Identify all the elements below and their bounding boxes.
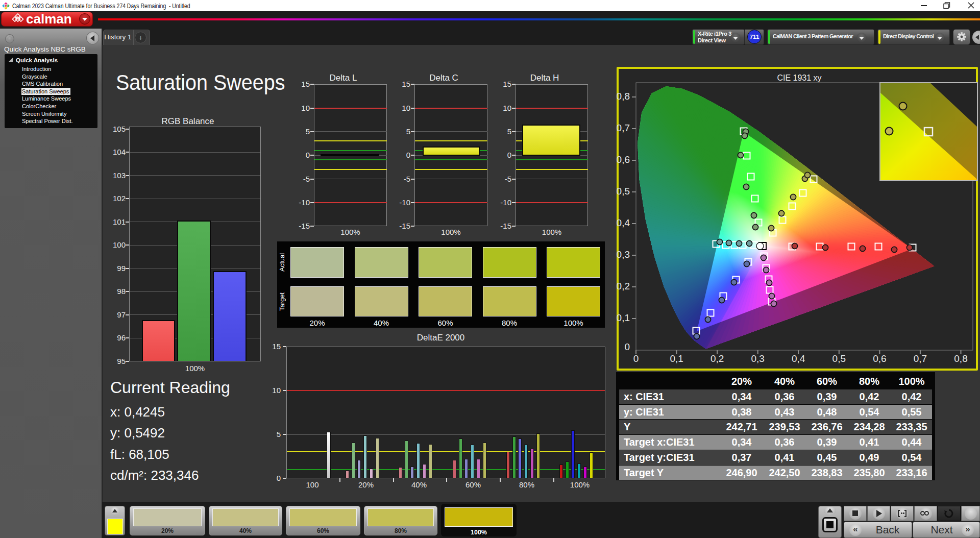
svg-text:0,7: 0,7 (914, 353, 927, 364)
svg-text:0,4: 0,4 (792, 353, 805, 364)
svg-text:0,6: 0,6 (873, 353, 886, 364)
svg-text:0,5: 0,5 (832, 353, 846, 364)
svg-text:0,1: 0,1 (617, 312, 630, 323)
svg-text:0,8: 0,8 (954, 353, 967, 364)
svg-text:0,6: 0,6 (617, 154, 630, 165)
svg-text:0: 0 (633, 353, 639, 364)
svg-text:0,7: 0,7 (617, 123, 630, 133)
svg-text:0,5: 0,5 (617, 186, 630, 197)
svg-text:0,3: 0,3 (617, 249, 630, 260)
svg-text:0: 0 (624, 341, 630, 352)
svg-text:0,4: 0,4 (617, 217, 630, 228)
svg-text:0,1: 0,1 (670, 353, 683, 364)
svg-text:0,3: 0,3 (751, 353, 764, 364)
svg-text:0,2: 0,2 (617, 281, 630, 291)
svg-text:0,8: 0,8 (617, 91, 630, 102)
svg-text:0,2: 0,2 (710, 353, 724, 364)
